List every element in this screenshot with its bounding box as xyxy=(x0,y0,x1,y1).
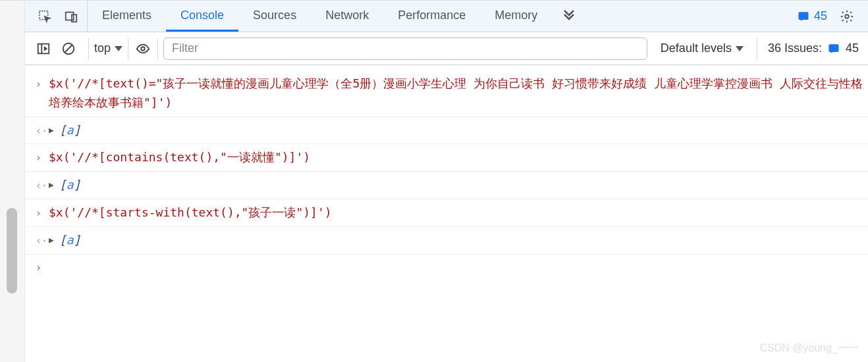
svg-line-8 xyxy=(65,45,72,52)
tab-network[interactable]: Network xyxy=(311,1,383,32)
log-levels-select[interactable]: Default levels xyxy=(653,41,751,55)
console-toolbar: top Default levels 36 Issues: 45 xyxy=(25,32,868,65)
clear-console-icon[interactable] xyxy=(59,39,78,58)
tab-label: Sources xyxy=(253,9,296,22)
issues-label: 36 Issues: xyxy=(768,41,822,55)
context-label: top xyxy=(94,41,111,55)
svg-rect-3 xyxy=(798,12,808,20)
tab-performance[interactable]: Performance xyxy=(383,1,480,32)
prompt-marker-icon: › xyxy=(36,260,49,274)
console-input-row: › $x('//*[text()="孩子一读就懂的漫画儿童心理学（全5册）漫画小… xyxy=(25,70,868,117)
settings-icon[interactable] xyxy=(838,7,856,26)
tab-console[interactable]: Console xyxy=(166,1,238,32)
page-scrollbar-thumb[interactable] xyxy=(7,208,17,294)
console-result[interactable]: [a] xyxy=(59,176,863,195)
input-marker-icon: › xyxy=(36,74,49,92)
svg-rect-10 xyxy=(828,44,838,52)
tab-label: Memory xyxy=(495,9,537,22)
tab-elements[interactable]: Elements xyxy=(88,1,166,32)
tab-label: Network xyxy=(325,9,369,22)
device-toolbar-icon[interactable] xyxy=(62,7,80,26)
console-result[interactable]: [a] xyxy=(59,231,863,250)
input-marker-icon: › xyxy=(36,203,49,221)
console-output-row: ‹· ▶ [a] xyxy=(25,227,868,255)
issues-count: 45 xyxy=(846,41,859,55)
issues-indicator[interactable]: 36 Issues: 45 xyxy=(763,41,864,55)
svg-point-9 xyxy=(141,47,145,51)
chevron-down-icon xyxy=(736,46,744,51)
output-marker-icon: ‹· xyxy=(36,231,49,249)
watermark: CSDN @young_一一 xyxy=(759,342,859,355)
svg-point-4 xyxy=(845,14,849,18)
console-result[interactable]: [a] xyxy=(59,121,863,140)
console-output: › $x('//*[text()="孩子一读就懂的漫画儿童心理学（全5册）漫画小… xyxy=(25,65,868,362)
tab-sources[interactable]: Sources xyxy=(238,1,311,32)
expand-icon[interactable]: ▶ xyxy=(49,176,59,192)
console-code[interactable]: $x('//*[contains(text(),"一读就懂")]') xyxy=(49,148,863,167)
console-code[interactable]: $x('//*[text()="孩子一读就懂的漫画儿童心理学（全5册）漫画小学生… xyxy=(49,74,863,113)
devtools-tab-bar: Elements Console Sources Network Perform… xyxy=(25,1,868,32)
console-output-row: ‹· ▶ [a] xyxy=(25,117,868,145)
messages-count-value: 45 xyxy=(814,9,827,23)
more-tabs-button[interactable] xyxy=(552,1,586,32)
tab-label: Elements xyxy=(102,9,151,22)
messages-count-badge[interactable]: 45 xyxy=(797,9,827,23)
inspect-element-icon[interactable] xyxy=(36,7,54,26)
tab-label: Console xyxy=(180,9,224,22)
console-output-row: ‹· ▶ [a] xyxy=(25,172,868,199)
expand-icon[interactable]: ▶ xyxy=(49,121,59,138)
tab-memory[interactable]: Memory xyxy=(480,1,552,32)
page-scrollbar-track[interactable] xyxy=(0,1,25,362)
svg-rect-1 xyxy=(66,12,74,20)
console-prompt[interactable]: › xyxy=(25,255,868,279)
console-input-row: › $x('//*[starts-with(text(),"孩子一读")]') xyxy=(25,199,868,227)
expand-icon[interactable]: ▶ xyxy=(49,231,59,247)
output-marker-icon: ‹· xyxy=(36,121,49,139)
chevron-down-icon xyxy=(115,46,122,51)
sidebar-toggle-icon[interactable] xyxy=(34,39,53,58)
live-expressions-icon[interactable] xyxy=(134,39,152,58)
execution-context-select[interactable]: top xyxy=(94,41,122,55)
input-marker-icon: › xyxy=(36,148,49,166)
levels-label: Default levels xyxy=(661,41,732,55)
output-marker-icon: ‹· xyxy=(36,176,49,194)
console-code[interactable]: $x('//*[starts-with(text(),"孩子一读")]') xyxy=(49,203,863,222)
filter-input[interactable] xyxy=(163,38,647,60)
console-input-row: › $x('//*[contains(text(),"一读就懂")]') xyxy=(25,144,868,172)
tab-label: Performance xyxy=(398,9,466,22)
